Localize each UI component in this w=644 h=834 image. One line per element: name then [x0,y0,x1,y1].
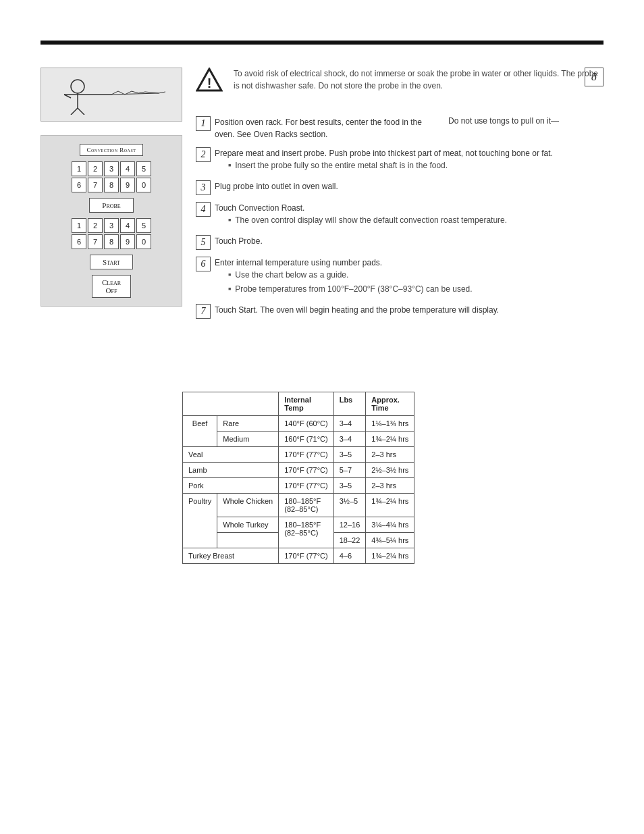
key-6b[interactable]: 6 [72,234,86,249]
step-1-right: Do not use tongs to pull on it— [448,116,603,126]
step-6-content: Enter internal temperature using number … [215,257,603,297]
warning-icon: ! [196,68,223,96]
step-1-text: Position oven rack. For best results, ce… [215,116,435,140]
step-2-num: 2 [196,147,211,162]
control-panel: Convection Roast 1 2 3 4 5 6 7 8 9 0 Pro… [41,135,182,307]
key-0b[interactable]: 0 [136,234,151,249]
key-4[interactable]: 4 [120,161,135,176]
probe-button[interactable]: Probe [89,198,133,213]
top-bar [41,41,603,45]
table-row: Poultry Whole Chicken 180–185°F(82–85°C)… [183,494,414,517]
table-row: Whole Turkey 180–185°F(82–85°C) 12–16 3¼… [183,517,414,533]
table-cell-veal-time: 2–3 hrs [366,447,414,463]
table-row: Medium 160°F (71°C) 3–4 1¾–2¼ hrs [183,432,414,447]
step-4-bullet-1: The oven control display will show the d… [228,214,603,226]
key-6[interactable]: 6 [72,178,86,192]
clear-off-button[interactable]: ClearOff [92,275,131,298]
key-2b[interactable]: 2 [88,218,103,233]
probe-illustration [51,74,172,115]
step-3-text: Plug probe into outlet in oven wall. [215,180,603,192]
step-4-bullets: The oven control display will show the d… [228,214,603,226]
table-cell-pork-lbs: 3–5 [333,478,366,494]
table-cell-veal-temp: 170°F (77°C) [279,447,333,463]
table-header-row: InternalTemp Lbs Approx.Time [183,392,414,416]
start-button[interactable]: Start [90,255,133,269]
key-8[interactable]: 8 [104,178,119,192]
table-cell-lamb-temp: 170°F (77°C) [279,463,333,478]
key-5[interactable]: 5 [136,161,151,176]
step-6-bullets: Use the chart below as a guide. Probe te… [228,269,603,295]
key-7[interactable]: 7 [88,178,103,192]
key-3b[interactable]: 3 [104,218,119,233]
table-cell-breast-lbs: 4–6 [333,548,366,564]
step-1-num: 1 [196,116,211,131]
table-cell-veal-lbs: 3–5 [333,447,366,463]
table-cell-lamb-lbs: 5–7 [333,463,366,478]
table-cell-lamb-time: 2½–3½ hrs [366,463,414,478]
svg-line-4 [111,93,159,95]
left-panel: Convection Roast 1 2 3 4 5 6 7 8 9 0 Pro… [41,68,182,307]
steps-section: 1 Position oven rack. For best results, … [196,116,603,319]
step8-icon: 8 [585,68,603,86]
table-cell-turkey-time2: 4¾–5¼ hrs [366,533,414,548]
warning-text: To avoid risk of electrical shock, do no… [234,68,603,92]
key-4b[interactable]: 4 [120,218,135,233]
table-cell-medium: Medium [217,432,279,447]
key-9[interactable]: 9 [120,178,135,192]
table-cell-lamb: Lamb [183,463,279,478]
table-cell-rare-lbs: 3–4 [333,416,366,432]
table-cell-turkey: Whole Turkey [217,517,279,533]
key-0[interactable]: 0 [136,178,151,192]
convection-roast-button[interactable]: Convection Roast [80,144,144,156]
table-cell-turkey-lbs2: 18–22 [333,533,366,548]
key-7b[interactable]: 7 [88,234,103,249]
step-7-num: 7 [196,304,211,319]
warning-content: To avoid risk of electrical shock, do no… [234,69,598,90]
key-1b[interactable]: 1 [72,218,86,233]
table-cell-pork-time: 2–3 hrs [366,478,414,494]
step8-reference: 8 [585,68,603,86]
table-row: Beef Rare 140°F (60°C) 3–4 1¼–1¾ hrs [183,416,414,432]
table-cell-rare: Rare [217,416,279,432]
step-5-num: 5 [196,235,211,250]
step-7: 7 Touch Start. The oven will begin heati… [196,304,603,319]
table-cell-pork-temp: 170°F (77°C) [279,478,333,494]
step-6: 6 Enter internal temperature using numbe… [196,257,603,297]
key-1[interactable]: 1 [72,161,86,176]
step-6-bullet-2: Probe temperatures from 100°F–200°F (38°… [228,283,603,295]
table-cell-poultry: Poultry [183,494,217,548]
illustration-box [41,68,182,122]
table-cell-beef: Beef [183,416,217,447]
table-cell-rare-time: 1¼–1¾ hrs [366,416,414,432]
step-7-text: Touch Start. The oven will begin heating… [215,304,603,316]
svg-line-6 [71,108,78,115]
key-5b[interactable]: 5 [136,218,151,233]
key-8b[interactable]: 8 [104,234,119,249]
table-cell-breast: Turkey Breast [183,548,279,564]
table-row: Pork 170°F (77°C) 3–5 2–3 hrs [183,478,414,494]
table-cell-chicken-time: 1¾–2¼ hrs [366,494,414,517]
svg-text:!: ! [207,76,212,90]
table-cell-turkey-time1: 3¼–4¼ hrs [366,517,414,533]
step-2-bullets: Insert the probe fully so the entire met… [228,159,603,172]
table-header-temp: InternalTemp [279,392,333,416]
table-cell-chicken: Whole Chicken [217,494,279,517]
key-9b[interactable]: 9 [120,234,135,249]
start-label: Start [103,258,120,266]
right-content: ! To avoid risk of electrical shock, do … [196,68,603,325]
table-cell-medium-lbs: 3–4 [333,432,366,447]
key-2[interactable]: 2 [88,161,103,176]
step-2-bullet-1: Insert the probe fully so the entire met… [228,159,603,172]
table-cell-medium-temp: 160°F (71°C) [279,432,333,447]
step-6-bullet-1: Use the chart below as a guide. [228,269,603,281]
step-4-num: 4 [196,202,211,217]
table-cell-chicken-temp: 180–185°F(82–85°C) [279,494,333,517]
step-2: 2 Prepare meat and insert probe. Push pr… [196,147,603,174]
table-cell-turkey-empty [217,533,279,548]
key-3[interactable]: 3 [104,161,119,176]
warning-section: ! To avoid risk of electrical shock, do … [196,68,603,96]
table-cell-breast-temp: 170°F (77°C) [279,548,333,564]
table-row: Turkey Breast 170°F (77°C) 4–6 1¾–2¼ hrs [183,548,414,564]
table-cell-turkey-lbs1: 12–16 [333,517,366,533]
table-cell-breast-time: 1¾–2¼ hrs [366,548,414,564]
